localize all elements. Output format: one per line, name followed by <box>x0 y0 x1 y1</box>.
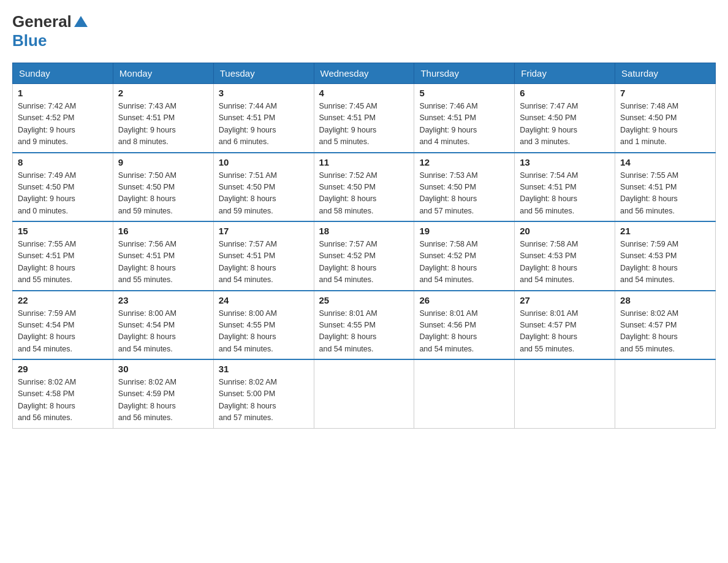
calendar-cell: 23Sunrise: 8:00 AMSunset: 4:54 PMDayligh… <box>113 291 213 360</box>
day-number: 18 <box>319 226 409 236</box>
logo-general-text: General <box>12 12 72 31</box>
day-info: Sunrise: 7:47 AMSunset: 4:50 PMDaylight:… <box>520 101 610 148</box>
day-info: Sunrise: 7:52 AMSunset: 4:50 PMDaylight:… <box>319 170 409 218</box>
day-number: 11 <box>319 157 409 167</box>
calendar-cell: 20Sunrise: 7:58 AMSunset: 4:53 PMDayligh… <box>515 221 615 291</box>
day-info: Sunrise: 7:54 AMSunset: 4:51 PMDaylight:… <box>520 170 610 218</box>
day-number: 12 <box>419 157 509 167</box>
day-number: 16 <box>118 226 208 236</box>
calendar-cell: 17Sunrise: 7:57 AMSunset: 4:51 PMDayligh… <box>213 221 314 291</box>
day-info: Sunrise: 7:53 AMSunset: 4:50 PMDaylight:… <box>419 170 509 218</box>
day-number: 23 <box>118 295 208 305</box>
calendar-cell: 19Sunrise: 7:58 AMSunset: 4:52 PMDayligh… <box>414 221 515 291</box>
day-info: Sunrise: 7:45 AMSunset: 4:51 PMDaylight:… <box>319 101 409 148</box>
day-number: 6 <box>520 88 610 98</box>
calendar-cell <box>314 359 414 428</box>
calendar-cell: 8Sunrise: 7:49 AMSunset: 4:50 PMDaylight… <box>13 153 113 222</box>
day-number: 27 <box>520 295 610 305</box>
col-header-sunday: Sunday <box>13 63 113 84</box>
calendar-week-row: 15Sunrise: 7:55 AMSunset: 4:51 PMDayligh… <box>13 221 716 291</box>
calendar-cell: 29Sunrise: 8:02 AMSunset: 4:58 PMDayligh… <box>13 359 113 428</box>
col-header-thursday: Thursday <box>414 63 515 84</box>
day-number: 8 <box>18 157 108 167</box>
day-info: Sunrise: 7:50 AMSunset: 4:50 PMDaylight:… <box>118 170 208 218</box>
calendar-cell: 3Sunrise: 7:44 AMSunset: 4:51 PMDaylight… <box>213 84 314 153</box>
calendar-cell: 14Sunrise: 7:55 AMSunset: 4:51 PMDayligh… <box>615 153 716 222</box>
day-info: Sunrise: 8:00 AMSunset: 4:55 PMDaylight:… <box>219 308 309 356</box>
day-info: Sunrise: 7:48 AMSunset: 4:50 PMDaylight:… <box>620 101 710 148</box>
day-info: Sunrise: 8:02 AMSunset: 5:00 PMDaylight:… <box>219 377 309 424</box>
col-header-tuesday: Tuesday <box>213 63 314 84</box>
day-number: 25 <box>319 295 409 305</box>
col-header-wednesday: Wednesday <box>314 63 414 84</box>
day-number: 5 <box>419 88 509 98</box>
calendar-cell: 16Sunrise: 7:56 AMSunset: 4:51 PMDayligh… <box>113 221 213 291</box>
calendar-week-row: 22Sunrise: 7:59 AMSunset: 4:54 PMDayligh… <box>13 291 716 360</box>
day-info: Sunrise: 7:59 AMSunset: 4:53 PMDaylight:… <box>620 239 710 286</box>
day-number: 28 <box>620 295 710 305</box>
day-number: 24 <box>219 295 309 305</box>
calendar-cell: 6Sunrise: 7:47 AMSunset: 4:50 PMDaylight… <box>515 84 615 153</box>
day-number: 9 <box>118 157 208 167</box>
day-info: Sunrise: 7:44 AMSunset: 4:51 PMDaylight:… <box>219 101 309 148</box>
day-number: 1 <box>18 88 108 98</box>
day-number: 7 <box>620 88 710 98</box>
day-info: Sunrise: 7:56 AMSunset: 4:51 PMDaylight:… <box>118 239 208 286</box>
day-info: Sunrise: 7:57 AMSunset: 4:51 PMDaylight:… <box>219 239 309 286</box>
calendar-cell: 24Sunrise: 8:00 AMSunset: 4:55 PMDayligh… <box>213 291 314 360</box>
day-number: 4 <box>319 88 409 98</box>
calendar-cell: 28Sunrise: 8:02 AMSunset: 4:57 PMDayligh… <box>615 291 716 360</box>
day-number: 15 <box>18 226 108 236</box>
calendar-cell: 11Sunrise: 7:52 AMSunset: 4:50 PMDayligh… <box>314 153 414 222</box>
calendar-cell <box>515 359 615 428</box>
calendar-cell: 31Sunrise: 8:02 AMSunset: 5:00 PMDayligh… <box>213 359 314 428</box>
day-info: Sunrise: 7:57 AMSunset: 4:52 PMDaylight:… <box>319 239 409 286</box>
calendar-cell: 22Sunrise: 7:59 AMSunset: 4:54 PMDayligh… <box>13 291 113 360</box>
day-number: 13 <box>520 157 610 167</box>
day-number: 2 <box>118 88 208 98</box>
calendar-header-row: SundayMondayTuesdayWednesdayThursdayFrid… <box>13 63 716 84</box>
day-info: Sunrise: 7:49 AMSunset: 4:50 PMDaylight:… <box>18 170 108 218</box>
day-info: Sunrise: 8:01 AMSunset: 4:56 PMDaylight:… <box>419 308 509 356</box>
calendar-cell: 21Sunrise: 7:59 AMSunset: 4:53 PMDayligh… <box>615 221 716 291</box>
calendar-cell: 7Sunrise: 7:48 AMSunset: 4:50 PMDaylight… <box>615 84 716 153</box>
col-header-friday: Friday <box>515 63 615 84</box>
day-info: Sunrise: 7:58 AMSunset: 4:53 PMDaylight:… <box>520 239 610 286</box>
logo-triangle-icon <box>74 15 88 31</box>
day-info: Sunrise: 7:55 AMSunset: 4:51 PMDaylight:… <box>18 239 108 286</box>
calendar-cell: 2Sunrise: 7:43 AMSunset: 4:51 PMDaylight… <box>113 84 213 153</box>
calendar-week-row: 29Sunrise: 8:02 AMSunset: 4:58 PMDayligh… <box>13 359 716 428</box>
logo: General Blue <box>12 12 88 50</box>
day-number: 22 <box>18 295 108 305</box>
calendar-cell: 9Sunrise: 7:50 AMSunset: 4:50 PMDaylight… <box>113 153 213 222</box>
day-info: Sunrise: 8:02 AMSunset: 4:57 PMDaylight:… <box>620 308 710 356</box>
day-info: Sunrise: 8:02 AMSunset: 4:59 PMDaylight:… <box>118 377 208 424</box>
day-info: Sunrise: 7:55 AMSunset: 4:51 PMDaylight:… <box>620 170 710 218</box>
calendar-cell: 18Sunrise: 7:57 AMSunset: 4:52 PMDayligh… <box>314 221 414 291</box>
day-number: 20 <box>520 226 610 236</box>
svg-marker-0 <box>74 16 88 27</box>
day-number: 17 <box>219 226 309 236</box>
day-info: Sunrise: 8:01 AMSunset: 4:55 PMDaylight:… <box>319 308 409 356</box>
day-number: 14 <box>620 157 710 167</box>
calendar-table: SundayMondayTuesdayWednesdayThursdayFrid… <box>12 63 716 429</box>
day-number: 26 <box>419 295 509 305</box>
col-header-monday: Monday <box>113 63 213 84</box>
day-info: Sunrise: 8:02 AMSunset: 4:58 PMDaylight:… <box>18 377 108 424</box>
calendar-cell: 15Sunrise: 7:55 AMSunset: 4:51 PMDayligh… <box>13 221 113 291</box>
calendar-week-row: 8Sunrise: 7:49 AMSunset: 4:50 PMDaylight… <box>13 153 716 222</box>
day-number: 29 <box>18 364 108 374</box>
day-number: 19 <box>419 226 509 236</box>
day-info: Sunrise: 7:43 AMSunset: 4:51 PMDaylight:… <box>118 101 208 148</box>
calendar-cell: 5Sunrise: 7:46 AMSunset: 4:51 PMDaylight… <box>414 84 515 153</box>
calendar-cell <box>615 359 716 428</box>
calendar-cell: 30Sunrise: 8:02 AMSunset: 4:59 PMDayligh… <box>113 359 213 428</box>
day-number: 30 <box>118 364 208 374</box>
day-number: 10 <box>219 157 309 167</box>
calendar-cell: 25Sunrise: 8:01 AMSunset: 4:55 PMDayligh… <box>314 291 414 360</box>
day-number: 21 <box>620 226 710 236</box>
calendar-cell: 10Sunrise: 7:51 AMSunset: 4:50 PMDayligh… <box>213 153 314 222</box>
calendar-cell: 12Sunrise: 7:53 AMSunset: 4:50 PMDayligh… <box>414 153 515 222</box>
calendar-cell <box>414 359 515 428</box>
day-number: 3 <box>219 88 309 98</box>
